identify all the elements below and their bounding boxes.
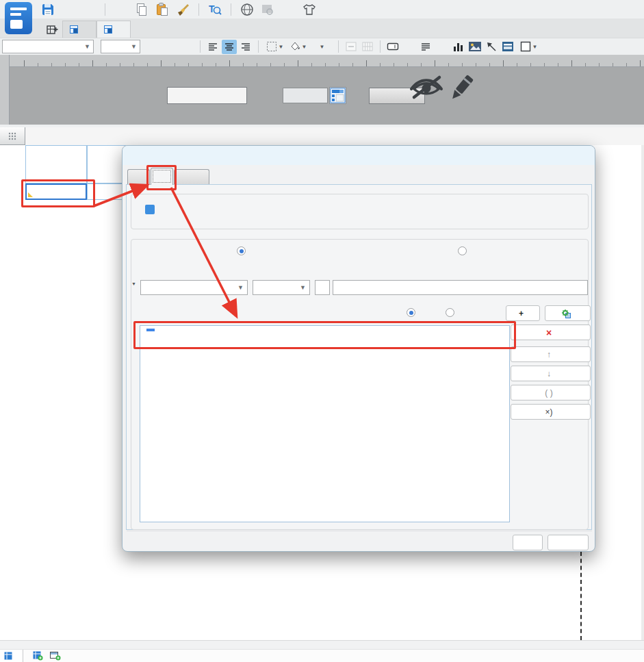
parameter-input[interactable]: [283, 88, 328, 103]
undo-icon[interactable]: [60, 2, 77, 17]
align-left-button[interactable]: [205, 40, 220, 54]
chevron-down-icon: ▼: [128, 282, 140, 286]
border-button[interactable]: ▼: [263, 40, 285, 54]
italic-button[interactable]: [164, 40, 179, 54]
bold-button[interactable]: [147, 40, 162, 54]
save-button[interactable]: [40, 2, 56, 17]
report-designer-window: T ▼ ▼: [0, 0, 644, 662]
condition-list[interactable]: [140, 325, 510, 522]
brackets-icon: ( ): [545, 388, 552, 398]
cut-icon[interactable]: [114, 1, 129, 18]
font-name-combo[interactable]: ▼: [2, 40, 94, 53]
available-column-combo[interactable]: ▼: [140, 280, 248, 295]
doc-tab-1[interactable]: [62, 21, 96, 38]
parameter-widget-icon[interactable]: [329, 87, 346, 104]
frame-button[interactable]: ▼: [517, 40, 540, 54]
or-radio[interactable]: [446, 308, 454, 317]
chevron-down-icon: ▼: [302, 44, 307, 50]
format-painter-icon[interactable]: [175, 2, 191, 17]
font-size-combo[interactable]: ▼: [101, 40, 140, 53]
chart-button[interactable]: [451, 40, 466, 54]
type-formula-radio[interactable]: [458, 246, 467, 255]
use-parent-cell-checkbox[interactable]: [145, 205, 155, 214]
paragraph-lines-icon: [420, 41, 431, 52]
align-center-icon: [224, 41, 235, 52]
widget-icon: [387, 41, 399, 52]
cancel-button[interactable]: [548, 535, 589, 550]
sheet-tab[interactable]: [0, 650, 23, 662]
text-button[interactable]: [402, 40, 417, 54]
chevron-down-icon: ▼: [300, 284, 306, 291]
add-grid-sheet-icon: [33, 651, 43, 661]
remove-button[interactable]: ×: [511, 324, 591, 340]
unmerge-cells-button: [360, 40, 375, 54]
add-form-sheet-button[interactable]: [50, 651, 61, 661]
widget-combo-glyph: [330, 88, 346, 103]
rich-text-button[interactable]: [418, 40, 433, 54]
web-preview-icon[interactable]: [239, 2, 255, 17]
document-tab-bar: [0, 18, 644, 38]
hide-parameter-eye-icon[interactable]: [407, 71, 446, 101]
add-condition-button[interactable]: +: [506, 305, 540, 321]
paste-icon[interactable]: [154, 2, 170, 17]
ok-button[interactable]: [513, 535, 543, 550]
widget-button[interactable]: [385, 40, 400, 54]
new-report-glyph: [47, 24, 58, 35]
condition-list-item-selected[interactable]: [146, 329, 155, 331]
cell-image-button[interactable]: [500, 40, 515, 54]
redo-icon[interactable]: [81, 2, 97, 17]
app-menu-bar: [10, 20, 23, 29]
align-right-button[interactable]: [238, 40, 253, 54]
fill-color-button[interactable]: ▼: [287, 40, 309, 54]
move-down-button: ↓: [511, 366, 591, 381]
save-icon: [41, 3, 55, 16]
operator-combo[interactable]: ▼: [253, 280, 310, 295]
move-up-button: ↑: [511, 346, 591, 362]
cell-A2-selected[interactable]: [25, 183, 87, 200]
data-column-dialog: ▼ ▼ ▼ + × ↑ ↓ ( ): [122, 145, 595, 552]
insert-shape-button[interactable]: [484, 40, 499, 54]
select-all-corner[interactable]: [0, 127, 25, 145]
align-center-button[interactable]: [222, 40, 237, 54]
find-replace-icon[interactable]: T: [207, 2, 223, 17]
copy-icon[interactable]: [133, 2, 150, 17]
paste-glyph: [155, 3, 169, 16]
horizontal-scrollbar[interactable]: [0, 640, 644, 649]
align-left-icon: [207, 41, 218, 52]
theme-selector[interactable]: [303, 4, 319, 15]
condition-value-field[interactable]: [333, 280, 588, 295]
frame-icon: [519, 40, 532, 53]
shirt-icon: [303, 4, 315, 15]
dialog-titlebar[interactable]: [123, 146, 595, 165]
underline-button[interactable]: [180, 40, 195, 54]
report-file-icon: [69, 25, 79, 34]
add-grid-sheet-button[interactable]: [33, 651, 43, 661]
column-type-icon[interactable]: ▼: [128, 280, 140, 295]
globe-glyph: [240, 3, 254, 16]
formula-button[interactable]: [435, 40, 450, 54]
arrow-down-icon: ↓: [547, 369, 551, 379]
edit-pencil-icon[interactable]: [446, 73, 476, 104]
brush-glyph: [176, 3, 190, 16]
modify-condition-button[interactable]: [545, 305, 591, 321]
new-report-icon[interactable]: [47, 24, 58, 35]
cell-A1[interactable]: [25, 145, 87, 183]
formula-picker-button[interactable]: [315, 280, 330, 295]
tab-basic[interactable]: [127, 169, 150, 185]
remove-bracket-icon: ×): [545, 407, 552, 417]
image-search-icon: [259, 2, 276, 17]
image-button[interactable]: [467, 40, 482, 54]
chevron-down-icon: ▼: [131, 43, 137, 50]
sheet-right-margin: [641, 145, 644, 640]
app-menu-icon[interactable]: [5, 2, 32, 34]
toolbar-separator: [380, 40, 381, 53]
font-color-button[interactable]: ▼: [310, 40, 333, 54]
doc-tab-2[interactable]: [96, 21, 131, 38]
tab-advanced[interactable]: [174, 169, 209, 185]
add-bracket-button: ( ): [511, 385, 591, 400]
app-menu-bar: [10, 13, 21, 16]
type-common-radio[interactable]: [237, 246, 246, 255]
plus-icon: +: [519, 309, 524, 318]
and-radio[interactable]: [407, 308, 415, 317]
tab-filter[interactable]: [151, 168, 173, 185]
